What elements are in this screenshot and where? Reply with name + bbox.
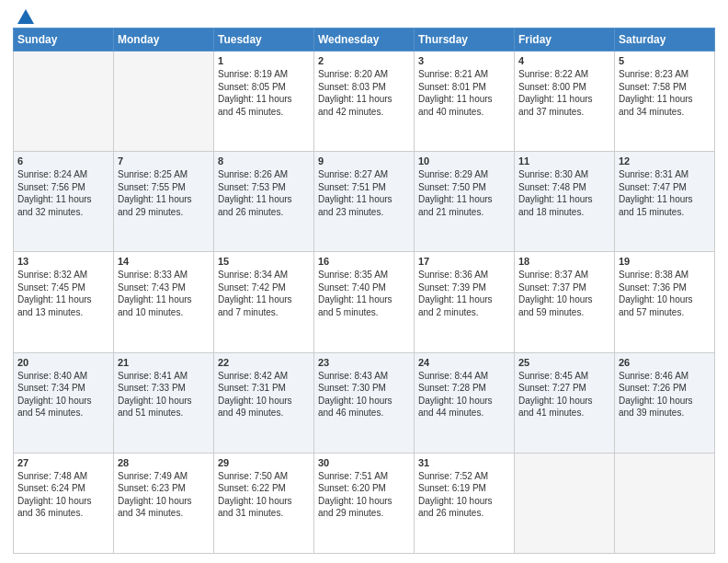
calendar-cell: 26Sunrise: 8:46 AM Sunset: 7:26 PM Dayli… [615,352,715,453]
day-info: Sunrise: 8:33 AM Sunset: 7:43 PM Dayligh… [118,269,210,318]
day-info: Sunrise: 8:42 AM Sunset: 7:31 PM Dayligh… [218,370,310,419]
calendar-cell: 28Sunrise: 7:49 AM Sunset: 6:23 PM Dayli… [114,453,214,553]
day-info: Sunrise: 8:43 AM Sunset: 7:30 PM Dayligh… [318,370,410,419]
calendar-cell: 5Sunrise: 8:23 AM Sunset: 7:58 PM Daylig… [615,52,715,152]
calendar-header-saturday: Saturday [615,29,715,52]
day-info: Sunrise: 8:30 AM Sunset: 7:48 PM Dayligh… [518,168,610,218]
day-number: 20 [17,357,109,368]
day-info: Sunrise: 8:24 AM Sunset: 7:56 PM Dayligh… [17,168,109,218]
calendar-cell: 14Sunrise: 8:33 AM Sunset: 7:43 PM Dayli… [114,252,214,352]
day-number: 27 [17,457,109,468]
calendar-header-friday: Friday [515,29,615,52]
day-info: Sunrise: 8:46 AM Sunset: 7:26 PM Dayligh… [619,370,711,419]
day-number: 11 [518,155,610,167]
logo [13,9,34,22]
day-info: Sunrise: 8:19 AM Sunset: 8:05 PM Dayligh… [218,68,310,118]
day-info: Sunrise: 8:21 AM Sunset: 8:01 PM Dayligh… [418,68,510,118]
day-number: 3 [418,55,510,66]
day-info: Sunrise: 8:36 AM Sunset: 7:39 PM Dayligh… [418,269,510,318]
day-number: 5 [619,55,711,66]
calendar-cell: 18Sunrise: 8:37 AM Sunset: 7:37 PM Dayli… [515,252,615,352]
calendar-cell [114,52,214,152]
day-info: Sunrise: 8:27 AM Sunset: 7:51 PM Dayligh… [318,168,410,218]
day-number: 7 [118,155,210,167]
calendar-cell: 17Sunrise: 8:36 AM Sunset: 7:39 PM Dayli… [415,252,515,352]
day-info: Sunrise: 8:38 AM Sunset: 7:36 PM Dayligh… [619,269,711,318]
day-info: Sunrise: 8:37 AM Sunset: 7:37 PM Dayligh… [518,269,610,318]
day-number: 17 [418,256,510,267]
header [13,9,715,22]
calendar-header-wednesday: Wednesday [314,29,415,52]
calendar-cell [615,453,715,553]
day-info: Sunrise: 8:25 AM Sunset: 7:55 PM Dayligh… [118,168,210,218]
calendar-cell: 23Sunrise: 8:43 AM Sunset: 7:30 PM Dayli… [314,352,415,453]
calendar-week-row: 27Sunrise: 7:48 AM Sunset: 6:24 PM Dayli… [14,453,715,553]
day-number: 22 [218,357,310,368]
day-number: 16 [318,256,410,267]
calendar-cell: 12Sunrise: 8:31 AM Sunset: 7:47 PM Dayli… [615,152,715,252]
calendar-week-row: 13Sunrise: 8:32 AM Sunset: 7:45 PM Dayli… [14,252,715,352]
day-number: 31 [418,457,510,468]
day-number: 15 [218,256,310,267]
calendar-table: SundayMondayTuesdayWednesdayThursdayFrid… [13,28,715,554]
calendar-cell: 20Sunrise: 8:40 AM Sunset: 7:34 PM Dayli… [14,352,114,453]
logo-triangle-icon [17,9,34,24]
day-info: Sunrise: 7:51 AM Sunset: 6:20 PM Dayligh… [318,470,410,520]
calendar-cell: 1Sunrise: 8:19 AM Sunset: 8:05 PM Daylig… [214,52,314,152]
day-number: 9 [318,155,410,167]
day-info: Sunrise: 8:35 AM Sunset: 7:40 PM Dayligh… [318,269,410,318]
day-info: Sunrise: 8:20 AM Sunset: 8:03 PM Dayligh… [318,68,410,118]
page: SundayMondayTuesdayWednesdayThursdayFrid… [0,0,728,563]
calendar-cell: 16Sunrise: 8:35 AM Sunset: 7:40 PM Dayli… [314,252,415,352]
calendar-header-tuesday: Tuesday [214,29,314,52]
calendar-cell: 2Sunrise: 8:20 AM Sunset: 8:03 PM Daylig… [314,52,415,152]
day-number: 6 [17,155,109,167]
calendar-cell: 24Sunrise: 8:44 AM Sunset: 7:28 PM Dayli… [415,352,515,453]
calendar-cell: 3Sunrise: 8:21 AM Sunset: 8:01 PM Daylig… [415,52,515,152]
day-info: Sunrise: 7:50 AM Sunset: 6:22 PM Dayligh… [218,470,310,520]
calendar-header-sunday: Sunday [14,29,114,52]
calendar-cell: 29Sunrise: 7:50 AM Sunset: 6:22 PM Dayli… [214,453,314,553]
day-number: 13 [17,256,109,267]
calendar-cell: 11Sunrise: 8:30 AM Sunset: 7:48 PM Dayli… [515,152,615,252]
day-number: 28 [118,457,210,468]
calendar-cell: 8Sunrise: 8:26 AM Sunset: 7:53 PM Daylig… [214,152,314,252]
calendar-cell: 27Sunrise: 7:48 AM Sunset: 6:24 PM Dayli… [14,453,114,553]
calendar-header-row: SundayMondayTuesdayWednesdayThursdayFrid… [14,29,715,52]
day-info: Sunrise: 8:34 AM Sunset: 7:42 PM Dayligh… [218,269,310,318]
calendar-cell: 30Sunrise: 7:51 AM Sunset: 6:20 PM Dayli… [314,453,415,553]
calendar-cell: 7Sunrise: 8:25 AM Sunset: 7:55 PM Daylig… [114,152,214,252]
day-number: 2 [318,55,410,66]
day-number: 24 [418,357,510,368]
day-number: 23 [318,357,410,368]
calendar-cell: 19Sunrise: 8:38 AM Sunset: 7:36 PM Dayli… [615,252,715,352]
day-info: Sunrise: 8:26 AM Sunset: 7:53 PM Dayligh… [218,168,310,218]
day-number: 30 [318,457,410,468]
day-info: Sunrise: 8:44 AM Sunset: 7:28 PM Dayligh… [418,370,510,419]
calendar-header-monday: Monday [114,29,214,52]
calendar-cell: 13Sunrise: 8:32 AM Sunset: 7:45 PM Dayli… [14,252,114,352]
calendar-cell: 21Sunrise: 8:41 AM Sunset: 7:33 PM Dayli… [114,352,214,453]
day-number: 19 [619,256,711,267]
day-info: Sunrise: 8:45 AM Sunset: 7:27 PM Dayligh… [518,370,610,419]
calendar-week-row: 1Sunrise: 8:19 AM Sunset: 8:05 PM Daylig… [14,52,715,152]
calendar-cell: 9Sunrise: 8:27 AM Sunset: 7:51 PM Daylig… [314,152,415,252]
calendar-week-row: 6Sunrise: 8:24 AM Sunset: 7:56 PM Daylig… [14,152,715,252]
day-info: Sunrise: 8:32 AM Sunset: 7:45 PM Dayligh… [17,269,109,318]
day-info: Sunrise: 8:23 AM Sunset: 7:58 PM Dayligh… [619,68,711,118]
day-info: Sunrise: 8:22 AM Sunset: 8:00 PM Dayligh… [518,68,610,118]
day-number: 18 [518,256,610,267]
day-number: 26 [619,357,711,368]
calendar-cell: 15Sunrise: 8:34 AM Sunset: 7:42 PM Dayli… [214,252,314,352]
calendar-cell: 25Sunrise: 8:45 AM Sunset: 7:27 PM Dayli… [515,352,615,453]
day-number: 21 [118,357,210,368]
day-info: Sunrise: 8:40 AM Sunset: 7:34 PM Dayligh… [17,370,109,419]
day-info: Sunrise: 8:29 AM Sunset: 7:50 PM Dayligh… [418,168,510,218]
calendar-cell: 4Sunrise: 8:22 AM Sunset: 8:00 PM Daylig… [515,52,615,152]
day-number: 12 [619,155,711,167]
day-number: 4 [518,55,610,66]
calendar-cell: 22Sunrise: 8:42 AM Sunset: 7:31 PM Dayli… [214,352,314,453]
day-number: 10 [418,155,510,167]
day-info: Sunrise: 8:31 AM Sunset: 7:47 PM Dayligh… [619,168,711,218]
calendar-cell [14,52,114,152]
